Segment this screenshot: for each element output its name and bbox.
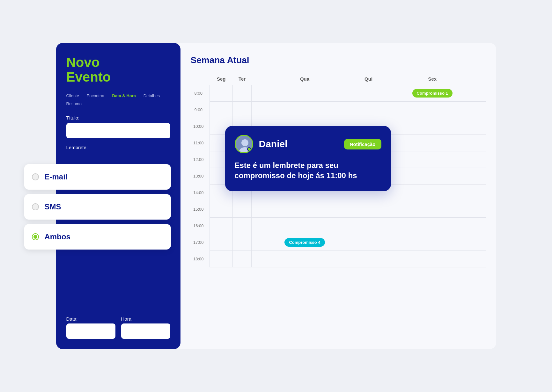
step-data-hora[interactable]: Data & Hora bbox=[112, 93, 136, 98]
col-qua: Qua bbox=[251, 73, 358, 85]
radio-sms-dot bbox=[32, 203, 39, 210]
step-cliente[interactable]: Cliente bbox=[66, 93, 79, 98]
form-bottom: Data: Hora: bbox=[66, 316, 170, 339]
hora-input[interactable] bbox=[121, 323, 170, 339]
data-input[interactable] bbox=[66, 323, 115, 339]
table-row: 17:00 Compromisso 4 bbox=[191, 234, 486, 251]
notification-card: Daniel Notificação Este é um lembrete pa… bbox=[225, 126, 391, 191]
hora-col: Hora: bbox=[121, 316, 170, 339]
calendar-panel: Semana Atual Seg Ter Qua Qui Sex 8:00 bbox=[174, 43, 496, 349]
col-qui: Qui bbox=[358, 73, 379, 85]
form-panel: Novo Evento Cliente Encontrar Data & Hor… bbox=[56, 43, 180, 349]
radio-ambos[interactable]: Ambos bbox=[24, 224, 171, 250]
notification-message: Este é um lembrete para seu compromisso … bbox=[235, 160, 381, 181]
col-sex: Sex bbox=[379, 73, 486, 85]
compromisso-4-badge[interactable]: Compromisso 4 bbox=[284, 238, 325, 247]
data-label: Data: bbox=[66, 316, 115, 322]
radio-sms[interactable]: SMS bbox=[24, 194, 171, 220]
radio-ambos-dot bbox=[32, 233, 39, 240]
data-col: Data: bbox=[66, 316, 115, 339]
col-time-header bbox=[191, 73, 210, 85]
step-resumo[interactable]: Resumo bbox=[66, 101, 82, 106]
notification-name: Daniel bbox=[259, 139, 338, 149]
radio-sms-label: SMS bbox=[45, 202, 61, 211]
step-detalhes[interactable]: Detalhes bbox=[144, 93, 160, 98]
table-row: 9:00 bbox=[191, 102, 486, 118]
table-row: 8:00 Compromisso 1 bbox=[191, 85, 486, 102]
svg-point-1 bbox=[241, 139, 248, 146]
notification-header: Daniel Notificação bbox=[235, 135, 381, 153]
calendar-title: Semana Atual bbox=[191, 55, 486, 65]
step-encontrar[interactable]: Encontrar bbox=[87, 93, 105, 98]
form-steps: Cliente Encontrar Data & Hora Detalhes R… bbox=[66, 93, 170, 106]
date-time-row: Data: Hora: bbox=[66, 316, 170, 339]
online-indicator bbox=[247, 147, 251, 151]
radio-ambos-label: Ambos bbox=[45, 232, 70, 241]
table-row: 15:00 bbox=[191, 201, 486, 218]
notification-badge: Notificação bbox=[344, 139, 381, 149]
form-title: Novo Evento bbox=[66, 55, 170, 84]
table-row: 16:00 bbox=[191, 218, 486, 234]
compromisso-1-badge[interactable]: Compromisso 1 bbox=[412, 89, 453, 98]
radio-options: E-mail SMS Ambos bbox=[24, 164, 171, 250]
lembrete-label: Lembrete: bbox=[66, 145, 170, 150]
titulo-input[interactable] bbox=[66, 123, 170, 138]
radio-email-label: E-mail bbox=[45, 172, 68, 181]
hora-label: Hora: bbox=[121, 316, 170, 322]
radio-email[interactable]: E-mail bbox=[24, 164, 171, 190]
radio-email-dot bbox=[32, 173, 39, 180]
titulo-label: Título: bbox=[66, 115, 170, 120]
col-ter: Ter bbox=[233, 73, 251, 85]
col-seg: Seg bbox=[210, 73, 233, 85]
table-row: 18:00 bbox=[191, 251, 486, 267]
avatar bbox=[235, 135, 253, 153]
